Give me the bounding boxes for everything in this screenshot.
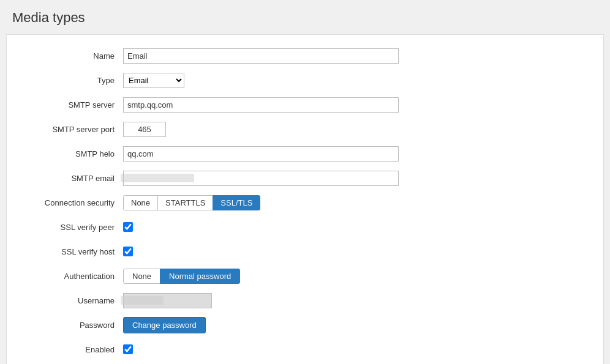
conn-sec-starttls-btn[interactable]: STARTTLS [157, 195, 213, 210]
smtp-email-field [123, 171, 585, 186]
smtp-email-label: SMTP email [25, 174, 123, 183]
password-field: Change password [123, 317, 585, 333]
name-input[interactable] [123, 48, 399, 64]
ssl-verify-host-label: SSL verify host [25, 247, 123, 256]
smtp-server-input[interactable] [123, 97, 399, 113]
name-row: Name [25, 47, 585, 64]
auth-none-btn[interactable]: None [123, 269, 160, 284]
username-label: Username [25, 296, 123, 305]
enabled-row: Enabled [25, 341, 585, 358]
form-container: Name Type Email SMS Jabber Ez Texting Sc… [6, 34, 604, 364]
type-field: Email SMS Jabber Ez Texting Script SNMP … [123, 73, 585, 88]
username-blurred [121, 296, 164, 305]
auth-normal-password-btn[interactable]: Normal password [160, 269, 240, 284]
username-field [123, 293, 585, 308]
type-label: Type [25, 76, 123, 85]
smtp-server-row: SMTP server [25, 96, 585, 113]
ssl-verify-peer-row: SSL verify peer [25, 218, 585, 236]
password-row: Password Change password [25, 316, 585, 333]
smtp-helo-input[interactable] [123, 146, 399, 162]
page-title: Media types [0, 0, 610, 34]
name-label: Name [25, 51, 123, 61]
authentication-label: Authentication [25, 272, 123, 281]
enabled-checkbox[interactable] [123, 344, 133, 354]
smtp-helo-field [123, 146, 585, 162]
auth-btn-group: None Normal password [123, 269, 239, 284]
conn-sec-none-btn[interactable]: None [123, 195, 158, 210]
smtp-port-label: SMTP server port [25, 125, 123, 134]
smtp-server-label: SMTP server [25, 100, 123, 110]
ssl-verify-host-row: SSL verify host [25, 243, 585, 260]
type-select[interactable]: Email SMS Jabber Ez Texting Script SNMP … [123, 73, 184, 88]
smtp-port-row: SMTP server port [25, 121, 585, 138]
authentication-row: Authentication None Normal password [25, 267, 585, 284]
conn-sec-ssltls-btn[interactable]: SSL/TLS [213, 195, 260, 210]
ssl-verify-peer-field [123, 222, 585, 232]
connection-security-group: None STARTTLS SSL/TLS [123, 195, 260, 210]
smtp-email-row: SMTP email [25, 169, 585, 187]
connection-security-field: None STARTTLS SSL/TLS [123, 195, 585, 210]
smtp-email-blurred [121, 174, 194, 182]
smtp-helo-label: SMTP helo [25, 149, 123, 158]
smtp-helo-row: SMTP helo [25, 145, 585, 162]
enabled-field [123, 344, 585, 354]
page-wrapper: Media types Name Type Email SMS Jabber E… [0, 0, 610, 364]
smtp-port-field [123, 122, 585, 137]
connection-security-row: Connection security None STARTTLS SSL/TL… [25, 194, 585, 211]
enabled-label: Enabled [25, 345, 123, 354]
name-field [123, 48, 585, 64]
ssl-verify-peer-label: SSL verify peer [25, 223, 123, 232]
smtp-port-input[interactable] [123, 122, 166, 137]
connection-security-label: Connection security [25, 198, 123, 207]
smtp-server-field [123, 97, 585, 113]
ssl-verify-host-checkbox[interactable] [123, 247, 133, 256]
password-label: Password [25, 321, 123, 330]
authentication-field: None Normal password [123, 269, 585, 284]
ssl-verify-host-field [123, 247, 585, 256]
change-password-btn[interactable]: Change password [123, 317, 206, 333]
ssl-verify-peer-checkbox[interactable] [123, 222, 133, 232]
username-row: Username [25, 292, 585, 309]
type-row: Type Email SMS Jabber Ez Texting Script … [25, 72, 585, 89]
